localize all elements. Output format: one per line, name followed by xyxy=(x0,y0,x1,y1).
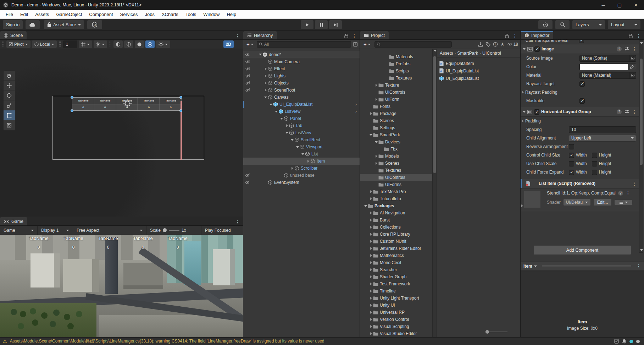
hierarchy-item-list[interactable]: List xyxy=(243,150,360,158)
component-menu-icon[interactable]: ⋮ xyxy=(632,110,637,114)
lock-icon[interactable] xyxy=(505,34,509,38)
minimize-button[interactable]: ─ xyxy=(595,0,611,10)
component-menu-icon[interactable]: ⋮ xyxy=(632,47,637,51)
visibility-toggle[interactable] xyxy=(245,53,250,57)
use-scale-height-checkbox[interactable] xyxy=(592,161,597,166)
help-icon[interactable]: ? xyxy=(617,46,622,51)
pivot-dropdown[interactable]: Pivot xyxy=(6,40,30,48)
project-folder-version-control[interactable]: Version Control xyxy=(360,316,432,323)
project-folder-burst[interactable]: Burst xyxy=(360,217,432,224)
hierarchy-item-listview[interactable]: ListView› xyxy=(243,108,360,115)
hierarchy-item-eventsystem[interactable]: EventSystem xyxy=(243,179,360,186)
project-folder-package[interactable]: Package xyxy=(360,110,432,117)
rect-handle[interactable] xyxy=(179,109,182,112)
tab-game[interactable]: Game xyxy=(0,217,27,225)
help-icon[interactable]: ? xyxy=(617,109,622,114)
hidden-count[interactable]: 18 xyxy=(507,42,518,47)
hierarchy-item-effect[interactable]: Effect xyxy=(243,65,360,72)
project-folder-models[interactable]: Models xyxy=(360,153,432,160)
object-picker-icon[interactable] xyxy=(629,72,636,78)
project-file-equipdataitem[interactable]: #EquipDataItem xyxy=(437,60,520,67)
move-tool-button[interactable] xyxy=(4,81,15,91)
rect-handle[interactable] xyxy=(71,109,73,112)
scale-slider-knob[interactable] xyxy=(163,228,167,232)
menu-edit[interactable]: Edit xyxy=(17,11,32,18)
step-button[interactable] xyxy=(329,20,342,29)
layers-dropdown[interactable]: Layers xyxy=(572,20,605,29)
project-menu-icon[interactable]: ⋮ xyxy=(512,34,517,38)
shaded-mode-button[interactable] xyxy=(113,40,123,48)
display-dropdown[interactable]: Display 1 xyxy=(38,226,73,235)
material-thumbnail[interactable] xyxy=(524,191,540,208)
project-folder-texture[interactable]: Texture xyxy=(360,82,432,89)
inspector-menu-icon[interactable]: ⋮ xyxy=(636,34,641,38)
search-button[interactable] xyxy=(555,20,570,29)
game-mode-dropdown[interactable]: Game xyxy=(0,226,38,235)
scroll-down-arrow[interactable] xyxy=(640,249,643,251)
menu-help[interactable]: Help xyxy=(223,11,240,18)
project-folder-shader-graph[interactable]: Shader Graph xyxy=(360,273,432,280)
rect-handle[interactable] xyxy=(179,96,182,99)
project-folder-scenes[interactable]: Scenes xyxy=(360,160,432,167)
hierarchy-item-lights[interactable]: Lights xyxy=(243,72,360,80)
preview-drag-handle[interactable] xyxy=(542,265,631,268)
grid-snap-button[interactable] xyxy=(79,40,92,48)
use-scale-width-checkbox[interactable] xyxy=(569,161,574,166)
service-status-dot[interactable] xyxy=(636,340,640,343)
project-folder-visual-scripting[interactable]: Visual Scripting xyxy=(360,323,432,330)
color-swatch[interactable] xyxy=(580,64,628,70)
project-folder-core-rp-library[interactable]: Core RP Library xyxy=(360,231,432,238)
transform-tool-button[interactable] xyxy=(4,120,15,130)
game-viewport[interactable]: TabName0TabName0TabName0TabName0TabName0 xyxy=(0,235,243,337)
layout-group-header[interactable]: Horizontal Layout Group ? ⋮ xyxy=(521,107,639,117)
prefab-chevron-icon[interactable]: › xyxy=(355,109,357,114)
scene-lighting-button[interactable] xyxy=(124,40,133,48)
presets-icon[interactable] xyxy=(624,47,629,51)
list-item-script-header[interactable]: List Item (Script) (Removed) ⋮ xyxy=(521,179,639,188)
project-add-button[interactable]: + xyxy=(362,41,372,47)
hierarchy-item-ui-equipdatalist[interactable]: UI_EquipDataList› xyxy=(243,101,360,108)
project-file-ui-equipdatalist[interactable]: #UI_EquipDataList xyxy=(437,67,520,75)
visibility-toggle[interactable] xyxy=(245,173,250,177)
hierarchy-item-scrollbar[interactable]: Scrollbar xyxy=(243,165,360,172)
visibility-toggle[interactable] xyxy=(245,67,250,71)
force-expand-width-checkbox[interactable] xyxy=(569,170,574,175)
project-folder-uiforms[interactable]: UIForms xyxy=(360,181,432,188)
notification-bell-icon[interactable] xyxy=(622,339,626,344)
menu-xcharts[interactable]: XCharts xyxy=(158,11,182,18)
project-folder-mathematics[interactable]: Mathematics xyxy=(360,252,432,259)
package-manager-button[interactable]: D xyxy=(87,20,102,29)
scale-tool-button[interactable] xyxy=(4,100,15,110)
component-menu-icon[interactable]: ⋮ xyxy=(632,182,637,185)
project-folder-devices[interactable]: Devices xyxy=(360,138,432,146)
scene-audio-button[interactable] xyxy=(135,40,144,48)
preview-menu-icon[interactable]: ⋮ xyxy=(636,264,641,268)
rotate-tool-button[interactable] xyxy=(4,91,15,100)
scroll-up-arrow[interactable] xyxy=(434,50,437,52)
layout-enabled-checkbox[interactable] xyxy=(534,109,539,115)
project-folder-fbx[interactable]: Fbx xyxy=(360,146,432,153)
visibility-toggle[interactable] xyxy=(245,180,250,185)
close-button[interactable]: ✕ xyxy=(628,0,644,10)
search-by-label-icon[interactable]: ! xyxy=(493,42,498,47)
source-image-field[interactable]: None (Sprite) xyxy=(579,55,636,62)
preview-selector-dropdown[interactable]: Item xyxy=(523,264,537,269)
menu-gameobject[interactable]: GameObject xyxy=(52,11,85,18)
force-expand-height-checkbox[interactable] xyxy=(592,170,597,175)
visibility-toggle[interactable] xyxy=(245,60,250,64)
project-folder-unity-light-transport[interactable]: Unity Light Transport xyxy=(360,295,432,302)
sign-in-button[interactable]: Sign in xyxy=(3,20,23,29)
foldout-icon[interactable] xyxy=(521,204,523,207)
menu-tools[interactable]: Tools xyxy=(182,11,200,18)
material-field[interactable]: None (Material) xyxy=(579,72,636,79)
rect-handle[interactable] xyxy=(71,96,73,99)
drag-handle[interactable] xyxy=(2,42,4,47)
hierarchy-item-main-camera[interactable]: Main Camera xyxy=(243,58,360,65)
menu-assets[interactable]: Assets xyxy=(32,11,52,18)
hierarchy-add-button[interactable]: + xyxy=(245,41,255,47)
console-status-message[interactable]: Assets\Module.Scene\Common\Module\路线\Scr… xyxy=(10,338,611,344)
maskable-checkbox[interactable] xyxy=(579,98,585,104)
hierarchy-item-unused-base[interactable]: unused base xyxy=(243,172,360,179)
progress-icon[interactable] xyxy=(614,339,619,344)
foldout-icon[interactable] xyxy=(523,48,526,50)
